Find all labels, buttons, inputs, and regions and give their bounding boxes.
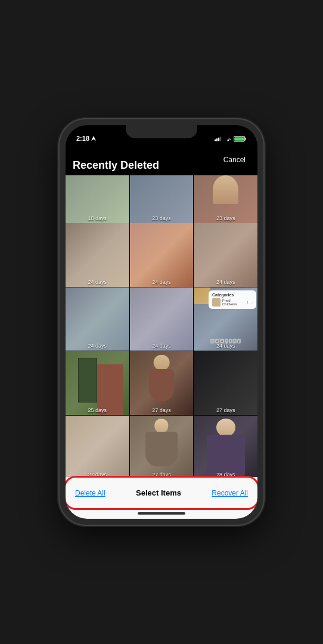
header-area: Recently Deleted Cancel — [66, 144, 257, 175]
grid-item[interactable]: 24 days — [130, 223, 194, 287]
grid-item[interactable]: 27 days — [66, 416, 129, 477]
location-icon — [91, 136, 96, 141]
grid-item-categories[interactable]: Categories Fried Chickens 1 › q w e — [194, 287, 257, 351]
battery-icon — [234, 136, 247, 142]
svg-rect-4 — [220, 137, 221, 141]
grid-item[interactable]: 24 days — [66, 223, 129, 287]
wifi-icon — [224, 137, 231, 141]
main-grid: 24 days 24 days 24 days 24 days 24 — [66, 223, 257, 477]
days-label: 24 days — [194, 279, 257, 285]
select-items-label: Select Items — [136, 488, 181, 497]
days-label: 23 days — [130, 215, 194, 221]
signal-icon — [215, 137, 222, 141]
days-label: 27 days — [194, 407, 257, 413]
notch — [126, 125, 197, 138]
delete-all-button[interactable]: Delete All — [75, 489, 105, 497]
phone-frame: 2:18 — [60, 119, 263, 525]
bottom-toolbar: Delete All Select Items Recover All — [66, 477, 257, 508]
page-title: Recently Deleted — [73, 159, 159, 172]
grid-item-top-3[interactable]: 23 days — [194, 175, 257, 223]
days-label: 25 days — [66, 407, 129, 413]
grid-item-top-1[interactable]: 18 days — [66, 175, 129, 223]
svg-rect-3 — [218, 138, 219, 141]
days-label: 24 days — [66, 343, 129, 349]
category-item: Fried Chickens 1 › — [212, 298, 253, 306]
grid-item-top-2[interactable]: 23 days — [130, 175, 194, 223]
days-label: 24 days — [66, 279, 129, 285]
days-label: 18 days — [66, 215, 129, 221]
grid-item[interactable]: 27 days — [130, 351, 194, 415]
grid-item[interactable]: 24 days — [66, 287, 129, 351]
phone-screen: 2:18 — [66, 125, 257, 519]
photo-grid: 18 days 23 days 23 days 24 days — [66, 175, 257, 477]
svg-marker-0 — [91, 136, 96, 141]
home-bar — [138, 512, 185, 515]
days-label: 24 days — [194, 343, 257, 349]
svg-rect-8 — [234, 137, 244, 141]
days-label: 27 days — [130, 407, 194, 413]
categories-overlay: Categories Fried Chickens 1 › — [209, 290, 256, 309]
svg-rect-7 — [245, 138, 246, 140]
time-display: 2:18 — [76, 135, 89, 142]
days-label: 27 days — [130, 472, 194, 477]
days-label: 24 days — [130, 279, 194, 285]
home-indicator — [66, 508, 257, 519]
cat-item-icon — [212, 298, 220, 306]
categories-title: Categories — [212, 293, 253, 297]
recover-all-button[interactable]: Recover All — [212, 489, 248, 497]
svg-rect-1 — [215, 140, 216, 141]
cat-item-name: Fried Chickens — [222, 299, 245, 306]
grid-item[interactable]: 25 days — [66, 351, 129, 415]
grid-item[interactable]: 24 days — [194, 223, 257, 287]
grid-item[interactable]: 28 days — [194, 416, 257, 477]
days-label: 23 days — [194, 215, 257, 221]
grid-item[interactable]: 24 days — [130, 287, 194, 351]
cat-item-count: 1 — [247, 301, 249, 304]
days-label: 27 days — [66, 472, 129, 477]
top-row: 18 days 23 days 23 days — [66, 175, 257, 223]
status-time: 2:18 — [76, 135, 96, 142]
cancel-button[interactable]: Cancel — [218, 153, 251, 166]
grid-item[interactable]: 27 days — [130, 416, 194, 477]
days-label: 28 days — [194, 472, 257, 477]
days-label: 24 days — [130, 343, 194, 349]
grid-item[interactable]: 27 days — [194, 351, 257, 415]
status-icons — [215, 136, 247, 142]
svg-rect-2 — [216, 138, 218, 141]
chevron-right-icon: › — [251, 301, 253, 304]
